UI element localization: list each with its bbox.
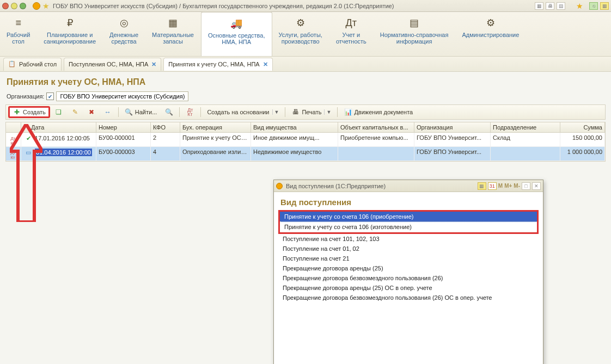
favorite-star-icon[interactable]: ★ bbox=[42, 2, 50, 10]
main-tab-0[interactable]: ≡Рабочийстол bbox=[0, 12, 37, 56]
main-tab-2[interactable]: ◎Денежныесредства bbox=[103, 12, 145, 56]
print-button[interactable]: 🖶Печать▼ bbox=[288, 106, 334, 118]
doc-icon: ▤ bbox=[380, 16, 449, 29]
search-cancel-icon: 🔍 bbox=[164, 108, 173, 116]
main-tab-label: Услуги, работы,производство bbox=[279, 32, 322, 45]
doc-tab-label: Рабочий стол bbox=[19, 61, 57, 67]
refresh-icon: ↔ bbox=[103, 108, 112, 116]
col-operation[interactable]: Бух. операция bbox=[180, 122, 251, 132]
create-button[interactable]: ✚ Создать bbox=[8, 106, 50, 118]
doc-tab-2[interactable]: Принятия к учету ОС, НМА, НПА✕ bbox=[163, 58, 272, 71]
rub-icon: ₽ bbox=[44, 16, 96, 29]
copy-button[interactable]: ❏ bbox=[51, 106, 66, 118]
row-status-icon: ДтКт bbox=[6, 133, 21, 146]
titlebar-icon-2[interactable]: 🖶 bbox=[546, 2, 554, 10]
cell-obj: Приобретение компью... bbox=[338, 133, 414, 146]
receipt-option[interactable]: Прекращение договора аренды (25) bbox=[278, 263, 539, 273]
dialog-cal-icon[interactable]: 31 bbox=[488, 182, 497, 190]
col-cap-obj[interactable]: Объект капитальных в... bbox=[338, 122, 414, 132]
dropdown-icon: ▼ bbox=[324, 109, 331, 115]
main-tab-label: Денежныесредства bbox=[109, 32, 138, 45]
window-minimize-button[interactable] bbox=[11, 3, 17, 9]
app-icon bbox=[33, 2, 40, 10]
document-tabs: 📋Рабочий столПоступления ОС, НМА, НПА✕Пр… bbox=[0, 57, 611, 72]
col-org[interactable]: Организация bbox=[414, 122, 491, 132]
titlebar-star-icon[interactable]: ★ bbox=[575, 2, 584, 10]
main-tab-5[interactable]: ⚙Услуги, работы,производство bbox=[272, 12, 329, 56]
receipt-option[interactable]: Прекращение договора безвозмездного поль… bbox=[278, 273, 539, 283]
col-kfo[interactable]: КФО bbox=[151, 122, 180, 132]
dialog-close-button[interactable]: ✕ bbox=[532, 182, 541, 190]
receipt-type-dialog: Вид поступления (1С:Предприятие) ▦ 31 M … bbox=[273, 180, 543, 364]
titlebar-icon-1[interactable]: ▦ bbox=[535, 2, 543, 10]
grid-header: Дата Номер КФО Бух. операция Вид имущест… bbox=[6, 122, 605, 133]
cell-sum: 1 000 000,00 bbox=[560, 147, 605, 161]
main-tab-3[interactable]: ▦Материальныезапасы bbox=[145, 12, 201, 56]
gear-icon: ⚙ bbox=[462, 16, 519, 29]
main-tab-7[interactable]: ▤Нормативно-справочнаяинформация bbox=[374, 12, 456, 56]
dialog-options: Поступление на счет 101, 102, 103Поступл… bbox=[278, 234, 539, 303]
receipt-option[interactable]: Принятие к учету со счета 106 (изготовле… bbox=[280, 222, 537, 232]
main-tab-6[interactable]: ДтУчет иотчетность bbox=[329, 12, 374, 56]
main-tab-label: Планирование исанкционирование bbox=[44, 32, 96, 45]
receipt-option[interactable]: Поступление на счет 01, 02 bbox=[278, 244, 539, 254]
dropdown-icon: ▼ bbox=[272, 109, 279, 115]
filter-checkbox[interactable]: ✔ bbox=[46, 92, 54, 100]
titlebar-icon-3[interactable]: ▤ bbox=[557, 2, 565, 10]
printer-icon: 🖶 bbox=[291, 108, 300, 116]
window-maximize-button[interactable] bbox=[20, 3, 26, 9]
close-tab-icon[interactable]: ✕ bbox=[263, 61, 268, 68]
col-asset-kind[interactable]: Вид имущества bbox=[251, 122, 338, 132]
create-based-button[interactable]: Создать на основании▼ bbox=[204, 106, 282, 118]
mem-mminus[interactable]: M- bbox=[514, 183, 520, 189]
main-tab-1[interactable]: ₽Планирование исанкционирование bbox=[37, 12, 103, 56]
main-tab-4[interactable]: 🚚Основные средства,НМА, НПА bbox=[201, 11, 272, 56]
cell-pod bbox=[491, 147, 560, 161]
organization-field[interactable]: ГОБУ ВПО Университет искусств (Субсидия) bbox=[56, 91, 188, 101]
dialog-maximize-button[interactable]: □ bbox=[522, 182, 530, 190]
cell-number: БУ00-000003 bbox=[96, 147, 151, 161]
titlebar-icon-links[interactable]: ⎋ bbox=[589, 2, 598, 10]
close-tab-icon[interactable]: ✕ bbox=[151, 61, 156, 68]
cell-org: ГОБУ ВПО Университ... bbox=[414, 147, 491, 161]
cell-org: ГОБУ ВПО Университ... bbox=[414, 133, 491, 146]
edit-button[interactable]: ✎ bbox=[68, 106, 83, 118]
cell-sum: 150 000,00 bbox=[560, 133, 605, 146]
movements-button[interactable]: 📊Движения документа bbox=[340, 106, 416, 118]
dialog-titlebar: Вид поступления (1С:Предприятие) ▦ 31 M … bbox=[274, 180, 543, 192]
delete-button[interactable]: ✖ bbox=[84, 106, 99, 118]
workspace-icon: 📋 bbox=[8, 60, 17, 68]
table-row[interactable]: ДтКт✔ 17.01.2016 12:00:05БУ00-0000012При… bbox=[6, 133, 605, 147]
main-section-tabs: ≡Рабочийстол₽Планирование исанкционирова… bbox=[0, 12, 611, 57]
refresh-button[interactable]: ↔ bbox=[100, 106, 115, 118]
dialog-calc-icon[interactable]: ▦ bbox=[478, 182, 486, 190]
sliders-icon: ⚙ bbox=[279, 16, 322, 29]
doc-tab-0[interactable]: 📋Рабочий стол bbox=[3, 58, 62, 71]
dtkt-button[interactable]: ДтКт bbox=[182, 106, 198, 118]
receipt-option[interactable]: Поступление на счет 101, 102, 103 bbox=[278, 234, 539, 244]
mem-m[interactable]: M bbox=[498, 183, 503, 189]
find-button[interactable]: 🔍Найти... bbox=[121, 106, 161, 118]
col-number[interactable]: Номер bbox=[96, 122, 151, 132]
window-close-button[interactable] bbox=[2, 3, 9, 9]
receipt-option[interactable]: Принятие к учету со счета 106 (приобрете… bbox=[280, 212, 537, 222]
col-dept[interactable]: Подразделение bbox=[491, 122, 560, 132]
main-tab-label: Основные средства,НМА, НПА bbox=[208, 32, 265, 45]
doc-tab-1[interactable]: Поступления ОС, НМА, НПА✕ bbox=[64, 58, 161, 71]
table-row[interactable]: ДтКт▭ 01.04.2016 12:00:00БУ00-0000034Опр… bbox=[6, 147, 605, 161]
plus-icon: ✚ bbox=[13, 108, 21, 116]
row-status-icon: ДтКт bbox=[6, 147, 21, 161]
receipt-option[interactable]: Прекращение договора безвозмездного поль… bbox=[278, 293, 539, 303]
mem-mplus[interactable]: M+ bbox=[504, 183, 512, 189]
app-icon bbox=[276, 183, 283, 189]
receipt-option[interactable]: Поступление на счет 21 bbox=[278, 254, 539, 263]
doc-tab-label: Принятия к учету ОС, НМА, НПА bbox=[168, 61, 259, 67]
cell-kfo: 2 bbox=[151, 133, 180, 146]
col-sum[interactable]: Сумма bbox=[560, 122, 605, 132]
col-date[interactable]: Дата bbox=[21, 122, 96, 132]
find-cancel-button[interactable]: 🔍 bbox=[161, 106, 176, 118]
main-tab-8[interactable]: ⚙Администрирование bbox=[455, 12, 526, 56]
titlebar-icon-calc[interactable]: ▦ bbox=[600, 2, 609, 10]
receipt-option[interactable]: Прекращение договора аренды (25) ОС в оп… bbox=[278, 283, 539, 293]
main-tab-label: Материальныезапасы bbox=[152, 32, 194, 45]
